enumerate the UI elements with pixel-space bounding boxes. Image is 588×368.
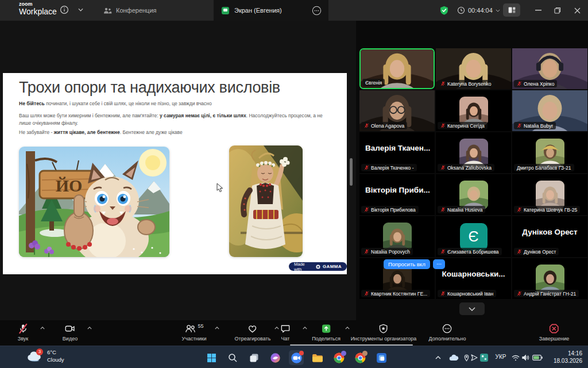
chrome-profile-badge (362, 351, 368, 356)
restore-button[interactable] (549, 0, 566, 21)
mouse-cursor (216, 183, 223, 193)
zoom-app-icon[interactable] (289, 350, 304, 365)
participant-tile-11[interactable]: Nataliia Husieva (436, 174, 511, 215)
chat-button[interactable]: Чат (280, 323, 291, 342)
participant-tile-2[interactable]: Kateryna Borysenko (436, 48, 511, 89)
participant-name-text: Oksana Zaliubovska (447, 165, 492, 171)
share-screen-button[interactable]: Поделиться (312, 323, 341, 342)
participant-tile-10[interactable]: Вікторія Приби...Вікторія Прибилова (359, 174, 435, 215)
participant-tile-15[interactable]: Дуніков ОрестДуніков Орест (512, 216, 587, 257)
participant-tile-1[interactable]: Євгенія (359, 48, 435, 89)
host-tools-button[interactable]: Инструменты организатора (351, 323, 417, 342)
participant-name-text: Квартник Костянтин ГЕ... (371, 291, 427, 297)
participant-initial-avatar: Є (460, 223, 488, 251)
participant-name-label: Nataliia Husieva (438, 206, 485, 213)
muted-mic-icon (440, 165, 446, 170)
audio-button[interactable]: Звук (18, 323, 29, 342)
participant-tile-5[interactable]: Катерина Сегіда (436, 90, 511, 131)
video-button[interactable]: Видео (63, 323, 78, 342)
weather-condition: Cloudy (47, 356, 64, 364)
slide-paragraph-3: Не забувайте - життя цікаве, але бентежн… (19, 129, 336, 136)
chevron-down-icon[interactable] (78, 8, 83, 12)
participant-tile-3[interactable]: Олена Хріпко (512, 48, 587, 89)
speaker-icon[interactable] (520, 350, 531, 365)
mic-muted-icon (18, 323, 29, 334)
muted-mic-icon (364, 165, 369, 170)
participant-tile-9[interactable]: Дмитро Балабаєв ГЗ-21 (512, 132, 587, 173)
screen-capture-icon[interactable] (478, 350, 490, 365)
participant-name-text: Катерина Шевчук ГВ-25 (524, 207, 577, 213)
end-meeting-button[interactable]: Завершение (539, 323, 569, 342)
tray-chevron-up-icon[interactable] (433, 350, 443, 365)
participant-name-text: Natalia Bubyr (524, 123, 553, 129)
tab-options-icon[interactable] (312, 6, 322, 16)
share-options-caret[interactable] (345, 327, 350, 329)
participant-big-name: Кошарновськи... (439, 258, 508, 290)
tray-date: 18.03.2026 (554, 357, 582, 365)
weather-widget[interactable]: 3 6°C Cloudy (26, 349, 64, 364)
search-icon[interactable] (225, 350, 240, 365)
more-button[interactable]: Дополнительно (429, 323, 466, 342)
tab-screen-share[interactable]: Экран (Евгения) (214, 0, 328, 21)
participant-tile-18[interactable]: Андрій Ганістрат ГН-21 (512, 258, 587, 299)
clock-widget[interactable]: 14:16 18.03.2026 (554, 350, 582, 365)
location-pin-icon[interactable] (462, 350, 470, 365)
participant-name-label: Olena Agapova (361, 122, 407, 129)
meeting-timer[interactable]: 00:44:04 (457, 0, 500, 21)
zoom-notification-dot (299, 351, 304, 355)
copilot-icon[interactable] (268, 350, 283, 365)
keyboard-language[interactable]: УКР (496, 354, 506, 360)
send-arrow-icon[interactable] (470, 350, 478, 365)
participant-name-label: Олена Хріпко (514, 80, 557, 87)
chrome-icon-profile2[interactable] (353, 350, 368, 365)
tray-time: 14:16 (554, 350, 582, 357)
ask-to-unmute-button[interactable]: Попросить вкл (384, 259, 430, 269)
participant-name-text: Olena Agapova (371, 123, 404, 129)
react-button[interactable]: Отреагировать (235, 323, 271, 342)
view-layout-button[interactable] (503, 3, 520, 17)
participant-big-name: Валерія Ткачен... (363, 132, 431, 164)
participant-tile-6[interactable]: Natalia Bubyr (512, 90, 587, 131)
cat-illustration: ЙО (19, 147, 169, 257)
participant-tile-17[interactable]: Кошарновськи...Кошарновський Іван (436, 258, 511, 299)
participant-name-text: Єлизавета Бобришева (447, 249, 499, 255)
participant-tile-4[interactable]: Olena Agapova (359, 90, 435, 131)
more-participants-button[interactable] (459, 302, 485, 315)
muted-mic-icon (364, 207, 369, 212)
react-options-caret[interactable] (274, 327, 279, 329)
wifi-icon[interactable] (510, 350, 521, 365)
video-options-caret[interactable] (87, 327, 92, 329)
info-icon[interactable] (60, 5, 69, 14)
gamma-logo-icon (316, 264, 320, 269)
participant-tile-8[interactable]: Oksana Zaliubovska (436, 132, 511, 173)
participant-tile-16[interactable]: Попросить вкл⋯Квартник Костянтин ГЕ... (359, 258, 435, 299)
ask-to-unmute-more-button[interactable]: ⋯ (433, 259, 445, 269)
participant-tile-12[interactable]: Катерина Шевчук ГВ-25 (512, 174, 587, 215)
scrollbar-thumb[interactable] (350, 158, 353, 186)
task-view-icon[interactable] (246, 350, 261, 365)
chat-options-caret[interactable] (303, 327, 307, 329)
tab-meeting[interactable]: Конференция (98, 0, 162, 21)
minimize-button[interactable] (529, 0, 547, 21)
blue-app-icon[interactable] (374, 350, 389, 365)
participants-options-caret[interactable] (215, 327, 219, 329)
participant-tile-14[interactable]: ЄЄлизавета Бобришева (436, 216, 511, 257)
screen-share-icon (222, 7, 229, 14)
participant-tile-13[interactable]: Nataliia Popovych (359, 216, 435, 257)
zoom-workplace-logo: zoom Workplace (19, 2, 57, 16)
onedrive-icon[interactable] (448, 350, 459, 365)
start-button[interactable] (204, 350, 219, 365)
chrome-icon-profile1[interactable] (331, 350, 346, 365)
windows-taskbar: 3 6°C Cloudy (0, 346, 588, 368)
participants-button[interactable]: 55 Участники (182, 323, 207, 342)
battery-icon[interactable] (531, 350, 544, 365)
file-explorer-icon[interactable] (310, 350, 325, 365)
muted-mic-icon (517, 123, 522, 128)
participant-tile-7[interactable]: Валерія Ткачен...Валерія Ткаченко - (359, 132, 435, 173)
participant-name-label: Євгенія (362, 79, 385, 86)
ellipsis-circle-icon (442, 323, 453, 334)
security-shield-icon[interactable] (439, 5, 449, 16)
react-label: Отреагировать (235, 336, 271, 342)
close-button[interactable] (568, 0, 586, 21)
audio-options-caret[interactable] (40, 327, 45, 329)
